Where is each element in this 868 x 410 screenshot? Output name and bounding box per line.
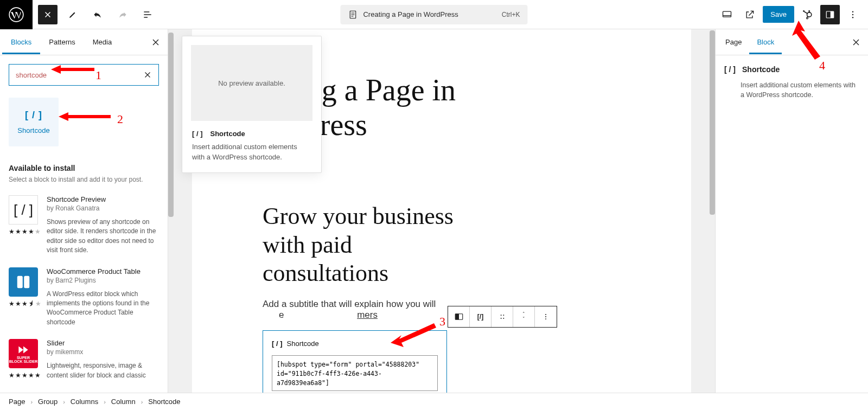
scrollbar-thumb[interactable]: [710, 30, 715, 215]
directory-meta: Slider by mikemmx Lightweight, responsiv…: [47, 339, 159, 380]
svg-point-18: [500, 318, 501, 319]
open-in-new-button[interactable]: [740, 5, 760, 24]
block-search-input[interactable]: [9, 64, 159, 86]
redo-icon: [117, 9, 128, 20]
command-shortcut: Ctrl+K: [502, 11, 520, 18]
flyout-description: Insert additional custom elements with a…: [182, 140, 321, 172]
hubspot-icon: [801, 9, 813, 21]
crumb[interactable]: Shortcode: [148, 398, 180, 406]
directory-title: Shortcode Preview: [47, 195, 159, 203]
svg-point-11: [852, 17, 853, 18]
tab-blocks[interactable]: Blocks: [2, 30, 40, 54]
tab-page[interactable]: Page: [718, 30, 749, 54]
command-palette-trigger[interactable]: Creating a Page in WordPress Ctrl+K: [340, 5, 527, 24]
directory-item[interactable]: SUPERBLOCK SLIDER ★★★★★ Slider by mikemm…: [9, 339, 159, 380]
topbar-right-group: Save: [717, 5, 868, 24]
page-icon: [348, 10, 358, 20]
settings-sidebar-toggle[interactable]: [820, 5, 840, 24]
star-rating: ★★★⯨★: [9, 300, 38, 308]
close-icon: [43, 10, 53, 20]
woocommerce-icon: [9, 267, 38, 297]
block-toolbar: [/] ˄ ˅: [448, 306, 557, 328]
tab-media[interactable]: Media: [84, 30, 120, 54]
shortcode-input[interactable]: [272, 355, 438, 391]
block-type-button[interactable]: [448, 306, 470, 327]
svg-point-10: [852, 14, 853, 15]
hubspot-button[interactable]: [797, 5, 817, 24]
heading-block[interactable]: Grow your businesswith paidconsultations: [263, 202, 648, 288]
shortcode-block-label: Shortcode: [287, 339, 319, 348]
settings-close-button[interactable]: [846, 33, 866, 52]
chevron-right-icon: ›: [104, 399, 106, 405]
document-overview-button[interactable]: [138, 5, 157, 24]
drag-handle[interactable]: [492, 306, 513, 327]
svg-rect-2: [723, 11, 731, 17]
crumb[interactable]: Group: [38, 398, 58, 406]
inserter-body: [ / ] Shortcode Available to install Sel…: [0, 55, 168, 393]
search-clear-button[interactable]: [139, 64, 156, 86]
svg-point-20: [545, 314, 546, 315]
crumb[interactable]: Columns: [71, 398, 98, 406]
block-breadcrumb: Page› Group› Columns› Column› Shortcode: [0, 393, 868, 410]
scrollbar-thumb[interactable]: [168, 33, 174, 217]
directory-meta: Shortcode Preview by Ronak Ganatra Shows…: [47, 195, 159, 255]
chevron-down-icon: ˅: [522, 317, 525, 322]
directory-item[interactable]: [ / ] ★★★★★ Shortcode Preview by Ronak G…: [9, 195, 159, 255]
columns-icon: [454, 312, 464, 322]
pencil-icon: [68, 10, 78, 20]
directory-thumb: ★★★⯨★: [9, 267, 38, 328]
sidebar-icon: [825, 10, 835, 20]
shortcode-block[interactable]: [ / ] Shortcode: [263, 330, 447, 393]
shortcode-block-header: [ / ] Shortcode: [272, 339, 438, 348]
svg-point-19: [503, 318, 504, 319]
tools-button[interactable]: [63, 5, 82, 24]
topbar-left-group: [0, 0, 157, 29]
redo-button[interactable]: [113, 5, 132, 24]
block-result-shortcode[interactable]: [ / ] Shortcode: [9, 98, 59, 146]
list-view-icon: [142, 9, 153, 20]
crumb[interactable]: Page: [9, 398, 25, 406]
directory-desc: A WordPress editor block which implement…: [47, 290, 159, 328]
svg-point-0: [9, 8, 23, 22]
close-icon: [150, 37, 161, 48]
available-heading: Available to install: [9, 164, 159, 172]
no-preview-text: No preview available.: [218, 79, 285, 87]
directory-thumb: [ / ] ★★★★★: [9, 195, 38, 255]
flyout-header: [ / ] Shortcode: [182, 130, 321, 140]
undo-button[interactable]: [88, 5, 107, 24]
move-buttons[interactable]: ˄ ˅: [513, 306, 535, 327]
wordpress-logo[interactable]: [0, 0, 33, 29]
shortcode-icon: [ / ]: [272, 339, 283, 348]
transform-button[interactable]: [/]: [470, 306, 492, 327]
crumb[interactable]: Column: [111, 398, 136, 406]
directory-meta: WooCommerce Product Table by Barn2 Plugi…: [47, 267, 159, 328]
shortcode-icon: [ / ]: [25, 110, 42, 121]
subtitle-line2: e: [279, 310, 284, 320]
undo-icon: [92, 9, 103, 20]
scrollbar-right[interactable]: [710, 29, 715, 393]
more-vertical-icon: [542, 313, 550, 321]
wordpress-icon: [9, 7, 24, 22]
editor-main: Blocks Patterns Media [ / ] Shortcode Av…: [0, 29, 868, 393]
drag-icon: [499, 313, 506, 321]
directory-thumb: SUPERBLOCK SLIDER ★★★★★: [9, 339, 38, 380]
inserter-tabs: Blocks Patterns Media: [0, 29, 168, 55]
block-options-button[interactable]: [535, 306, 557, 327]
options-button[interactable]: [843, 5, 863, 24]
svg-rect-13: [24, 276, 29, 288]
available-subtitle: Select a block to install and add it to …: [9, 176, 159, 183]
subtitle-line1: Add a subtitle that will explain how you…: [263, 299, 436, 309]
tab-block[interactable]: Block: [749, 30, 782, 54]
save-button[interactable]: Save: [763, 6, 794, 23]
directory-item[interactable]: ★★★⯨★ WooCommerce Product Table by Barn2…: [9, 267, 159, 328]
chevron-right-icon: ›: [141, 399, 143, 405]
scrollbar-left[interactable]: [168, 29, 174, 393]
inserter-close-button[interactable]: [146, 33, 165, 52]
directory-title: Slider: [47, 339, 159, 347]
directory-author: by Ronak Ganatra: [47, 204, 159, 212]
view-button[interactable]: [717, 5, 737, 24]
toggle-inserter-button[interactable]: [38, 5, 58, 24]
shortcode-icon: [ / ]: [724, 65, 736, 74]
tab-patterns[interactable]: Patterns: [40, 30, 84, 54]
svg-point-4: [808, 10, 810, 12]
